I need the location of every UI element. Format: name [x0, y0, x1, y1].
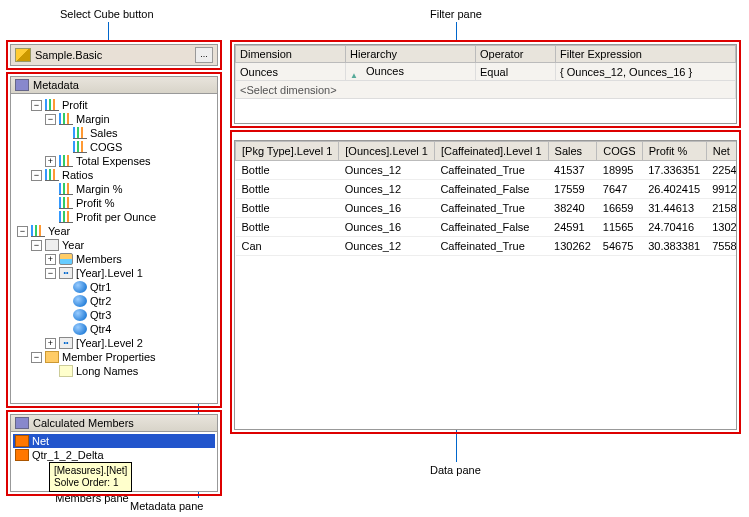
data-header-sales[interactable]: Sales [548, 142, 597, 161]
data-cell-ounces[interactable]: Ounces_16 [339, 218, 435, 237]
data-cell-sales[interactable]: 24591 [548, 218, 597, 237]
data-cell-sales[interactable]: 130262 [548, 237, 597, 256]
data-cell-profit_pct[interactable]: 24.70416 [642, 218, 706, 237]
data-cell-pkg[interactable]: Bottle [236, 180, 339, 199]
data-row[interactable]: BottleOunces_16Caffeinated_False24591115… [236, 218, 738, 237]
data-cell-net[interactable]: 13026 [706, 218, 737, 237]
tree-node-member-props[interactable]: −Member Properties [13, 350, 215, 364]
data-cell-caff[interactable]: Caffeinated_False [434, 218, 548, 237]
tree-node-profit-per-ounce[interactable]: Profit per Ounce [13, 210, 215, 224]
data-cell-ounces[interactable]: Ounces_12 [339, 237, 435, 256]
data-cell-pkg[interactable]: Bottle [236, 218, 339, 237]
tree-node-year-hier[interactable]: −Year [13, 238, 215, 252]
data-cell-net[interactable]: 9912 [706, 180, 737, 199]
tree-node-year-level1[interactable]: −••[Year].Level 1 [13, 266, 215, 280]
filter-header-operator[interactable]: Operator [476, 46, 556, 63]
data-cell-ounces[interactable]: Ounces_16 [339, 199, 435, 218]
filter-header-dimension[interactable]: Dimension [236, 46, 346, 63]
tree-node-profit[interactable]: −Profit [13, 98, 215, 112]
cube-selector[interactable]: Sample.Basic ... [10, 44, 218, 66]
calc-member-icon [15, 435, 29, 447]
filter-placeholder[interactable]: <Select dimension> [236, 81, 736, 99]
filter-cell-dimension[interactable]: Ounces [236, 63, 346, 81]
tree-node-long-names[interactable]: Long Names [13, 364, 215, 378]
data-cell-cogs[interactable]: 54675 [597, 237, 642, 256]
tree-node-sales[interactable]: Sales [13, 126, 215, 140]
data-header-cogs[interactable]: COGS [597, 142, 642, 161]
data-cell-cogs[interactable]: 18995 [597, 161, 642, 180]
data-cell-cogs[interactable]: 7647 [597, 180, 642, 199]
filter-cell-operator[interactable]: Equal [476, 63, 556, 81]
data-cell-pkg[interactable]: Bottle [236, 199, 339, 218]
data-cell-profit_pct[interactable]: 31.44613 [642, 199, 706, 218]
tree-node-qtr3[interactable]: Qtr3 [13, 308, 215, 322]
data-cell-cogs[interactable]: 16659 [597, 199, 642, 218]
filter-row[interactable]: Ounces Ounces Equal { Ounces_12, Ounces_… [236, 63, 736, 81]
data-header-profit-pct[interactable]: Profit % [642, 142, 706, 161]
collapse-toggle[interactable]: − [45, 268, 56, 279]
data-cell-net[interactable]: 21581 [706, 199, 737, 218]
tree-node-ratios[interactable]: −Ratios [13, 168, 215, 182]
data-header-ounces[interactable]: [Ounces].Level 1 [339, 142, 435, 161]
data-header-pkg[interactable]: [Pkg Type].Level 1 [236, 142, 339, 161]
data-cell-caff[interactable]: Caffeinated_False [434, 180, 548, 199]
tree-node-qtr4[interactable]: Qtr4 [13, 322, 215, 336]
data-cell-ounces[interactable]: Ounces_12 [339, 161, 435, 180]
data-row[interactable]: CanOunces_12Caffeinated_True130262546753… [236, 237, 738, 256]
data-row[interactable]: BottleOunces_16Caffeinated_True382401665… [236, 199, 738, 218]
data-cell-ounces[interactable]: Ounces_12 [339, 180, 435, 199]
data-cell-caff[interactable]: Caffeinated_True [434, 237, 548, 256]
data-cell-net[interactable]: 22542 [706, 161, 737, 180]
tree-label: Qtr4 [90, 323, 111, 335]
tree-node-year[interactable]: −Year [13, 224, 215, 238]
expand-toggle[interactable]: + [45, 254, 56, 265]
tree-node-qtr2[interactable]: Qtr2 [13, 294, 215, 308]
collapse-toggle[interactable]: − [31, 170, 42, 181]
data-row[interactable]: BottleOunces_12Caffeinated_False17559764… [236, 180, 738, 199]
data-header-caff[interactable]: [Caffeinated].Level 1 [434, 142, 548, 161]
calc-member-qtr-delta[interactable]: Qtr_1_2_Delta [13, 448, 215, 462]
filter-header-expression[interactable]: Filter Expression [556, 46, 736, 63]
data-cell-pkg[interactable]: Can [236, 237, 339, 256]
expand-toggle[interactable]: + [45, 338, 56, 349]
data-cell-profit_pct[interactable]: 17.336351 [642, 161, 706, 180]
data-cell-cogs[interactable]: 11565 [597, 218, 642, 237]
data-cell-sales[interactable]: 17559 [548, 180, 597, 199]
collapse-toggle[interactable]: − [31, 240, 42, 251]
cube-name: Sample.Basic [35, 49, 195, 61]
tree-label: Profit % [76, 197, 115, 209]
collapse-toggle[interactable]: − [45, 114, 56, 125]
filter-placeholder-row[interactable]: <Select dimension> [236, 81, 736, 99]
data-cell-pkg[interactable]: Bottle [236, 161, 339, 180]
tree-node-margin-pct[interactable]: Margin % [13, 182, 215, 196]
tooltip-line: Solve Order: 1 [54, 477, 127, 489]
data-cell-profit_pct[interactable]: 26.402415 [642, 180, 706, 199]
tree-node-qtr1[interactable]: Qtr1 [13, 280, 215, 294]
filter-cell-expression[interactable]: { Ounces_12, Ounces_16 } [556, 63, 736, 81]
tree-node-members[interactable]: +Members [13, 252, 215, 266]
collapse-toggle[interactable]: − [31, 100, 42, 111]
collapse-toggle[interactable]: − [17, 226, 28, 237]
measure-icon [45, 99, 59, 111]
data-cell-sales[interactable]: 38240 [548, 199, 597, 218]
tree-node-cogs[interactable]: COGS [13, 140, 215, 154]
filter-cell-hierarchy[interactable]: Ounces [346, 63, 476, 81]
tree-node-year-level2[interactable]: +••[Year].Level 2 [13, 336, 215, 350]
data-cell-profit_pct[interactable]: 30.383381 [642, 237, 706, 256]
collapse-toggle[interactable]: − [31, 352, 42, 363]
tree-node-profit-pct[interactable]: Profit % [13, 196, 215, 210]
data-cell-net[interactable]: 75587 [706, 237, 737, 256]
data-row[interactable]: BottleOunces_12Caffeinated_True415371899… [236, 161, 738, 180]
filter-header-hierarchy[interactable]: Hierarchy [346, 46, 476, 63]
tree-node-margin[interactable]: −Margin [13, 112, 215, 126]
data-cell-caff[interactable]: Caffeinated_True [434, 161, 548, 180]
data-cell-caff[interactable]: Caffeinated_True [434, 199, 548, 218]
browse-cube-button[interactable]: ... [195, 47, 213, 63]
tree-node-total-expenses[interactable]: +Total Expenses [13, 154, 215, 168]
data-cell-sales[interactable]: 41537 [548, 161, 597, 180]
expand-toggle[interactable]: + [45, 156, 56, 167]
metadata-tree[interactable]: −Profit −Margin Sales COGS +Total Expens… [10, 94, 218, 404]
measure-icon [73, 141, 87, 153]
data-header-net[interactable]: Net [706, 142, 737, 161]
calc-member-net[interactable]: Net [13, 434, 215, 448]
